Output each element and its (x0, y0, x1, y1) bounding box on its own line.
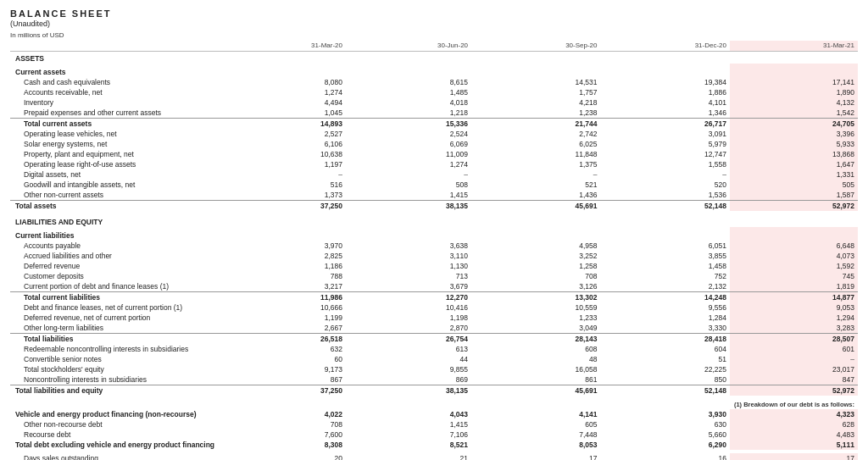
section-header-label: ASSETS (10, 52, 858, 64)
row-value-1: 869 (346, 374, 471, 385)
row-value-0: 14,893 (218, 119, 346, 130)
table-row: Debt and finance leases, net of current … (10, 302, 858, 313)
row-value-3: 752 (601, 271, 730, 281)
row-value-2: 21,744 (471, 119, 600, 130)
row-value-2: 14,531 (471, 77, 600, 87)
row-value-3: 604 (601, 344, 730, 354)
row-value-1 (346, 227, 471, 241)
row-value-1 (346, 64, 471, 77)
table-row: Current portion of debt and finance leas… (10, 281, 858, 292)
row-value-4: 601 (730, 344, 858, 354)
row-value-2: 45,691 (471, 385, 600, 396)
table-row: Convertible senior notes60444851– (10, 354, 858, 364)
row-value-4: – (730, 354, 858, 364)
table-row: Total liabilities and equity37,25038,135… (10, 385, 858, 396)
row-label: Prepaid expenses and other current asset… (10, 108, 218, 119)
row-value-4: 24,705 (730, 119, 858, 130)
row-value-1: 3,638 (346, 241, 471, 251)
row-value-2: 3,126 (471, 281, 600, 292)
row-label: Other non-current assets (10, 190, 218, 201)
row-value-4: 6,648 (730, 241, 858, 251)
row-value-2: 4,141 (471, 409, 600, 419)
row-label: Total assets (10, 201, 218, 212)
row-value-1: 6,069 (346, 139, 471, 149)
row-value-2: 1,258 (471, 261, 600, 271)
row-value-0: 4,022 (218, 409, 346, 419)
row-value-1: 8,521 (346, 440, 471, 450)
row-label: Property, plant and equipment, net (10, 149, 218, 159)
table-row: Accounts receivable, net1,2741,4851,7571… (10, 87, 858, 97)
row-value-3: 3,091 (601, 129, 730, 139)
row-label: Inventory (10, 97, 218, 108)
row-value-1: 1,415 (346, 419, 471, 430)
table-row: Vehicle and energy product financing (no… (10, 409, 858, 419)
row-value-4: 1,819 (730, 281, 858, 292)
row-value-3: 9,556 (601, 302, 730, 313)
note-row: (1) Breakdown of our debt is as follows: (10, 396, 858, 409)
row-label: Total debt excluding vehicle and energy … (10, 440, 218, 450)
row-value-2: 608 (471, 344, 600, 354)
row-label: Noncontrolling interests in subsidiaries (10, 374, 218, 385)
row-value-4: 847 (730, 374, 858, 385)
row-value-3: 14,248 (601, 292, 730, 303)
row-value-1: 8,615 (346, 77, 471, 87)
table-row: Inventory4,4944,0184,2184,1014,132 (10, 97, 858, 108)
row-value-4: 1,294 (730, 313, 858, 323)
row-value-0: 1,373 (218, 190, 346, 201)
row-value-0: 10,666 (218, 302, 346, 313)
row-value-0: 1,274 (218, 87, 346, 97)
row-value-0: 1,186 (218, 261, 346, 271)
table-row: Solar energy systems, net6,1066,0696,025… (10, 139, 858, 149)
row-value-3: 5,660 (601, 430, 730, 440)
row-value-0: 8,080 (218, 77, 346, 87)
row-value-4: 52,972 (730, 385, 858, 396)
label-col-header (10, 41, 218, 52)
row-label: Digital assets, net (10, 169, 218, 180)
row-value-2: 3,049 (471, 323, 600, 334)
row-value-2: – (471, 169, 600, 180)
row-value-1: 4,043 (346, 409, 471, 419)
row-value-3: 28,418 (601, 334, 730, 345)
row-label: Days sales outstanding (10, 453, 218, 460)
table-row: Total stockholders' equity9,1739,85516,0… (10, 364, 858, 374)
row-value-4: 13,868 (730, 149, 858, 159)
row-value-3: 51 (601, 354, 730, 364)
table-row: Customer deposits788713708752745 (10, 271, 858, 281)
row-value-4 (730, 227, 858, 241)
row-value-0: 60 (218, 354, 346, 364)
row-label: Recourse debt (10, 430, 218, 440)
row-label: Total current assets (10, 119, 218, 130)
row-value-3: 3,330 (601, 323, 730, 334)
row-value-2: 605 (471, 419, 600, 430)
row-value-3: 16 (601, 453, 730, 460)
table-row: Deferred revenue1,1861,1301,2581,4581,59… (10, 261, 858, 271)
table-row: Other non-recourse debt7081,415605630628 (10, 419, 858, 430)
row-value-1: 7,106 (346, 430, 471, 440)
table-row: Operating lease right-of-use assets1,197… (10, 159, 858, 169)
row-value-4: 52,972 (730, 201, 858, 212)
row-value-1: 38,135 (346, 201, 471, 212)
row-label: Accounts payable (10, 241, 218, 251)
row-value-4: 4,073 (730, 251, 858, 261)
row-label: Deferred revenue (10, 261, 218, 271)
row-label: Customer deposits (10, 271, 218, 281)
row-value-0: 37,250 (218, 201, 346, 212)
row-value-3: 3,855 (601, 251, 730, 261)
row-label: Operating lease right-of-use assets (10, 159, 218, 169)
row-value-2: 1,375 (471, 159, 600, 169)
row-value-3: 520 (601, 180, 730, 190)
row-label: Accounts receivable, net (10, 87, 218, 97)
row-value-4: 1,647 (730, 159, 858, 169)
row-label: Current liabilities (10, 227, 218, 241)
row-value-3: 6,290 (601, 440, 730, 450)
row-label: Debt and finance leases, net of current … (10, 302, 218, 313)
row-value-0: 867 (218, 374, 346, 385)
row-label: Solar energy systems, net (10, 139, 218, 149)
row-value-2: 1,233 (471, 313, 600, 323)
row-value-1: 26,754 (346, 334, 471, 345)
row-value-3: 6,051 (601, 241, 730, 251)
row-value-2: 4,218 (471, 97, 600, 108)
row-value-2: 10,559 (471, 302, 600, 313)
row-label: Accrued liabilities and other (10, 251, 218, 261)
in-millions-label: In millions of USD (10, 31, 858, 39)
